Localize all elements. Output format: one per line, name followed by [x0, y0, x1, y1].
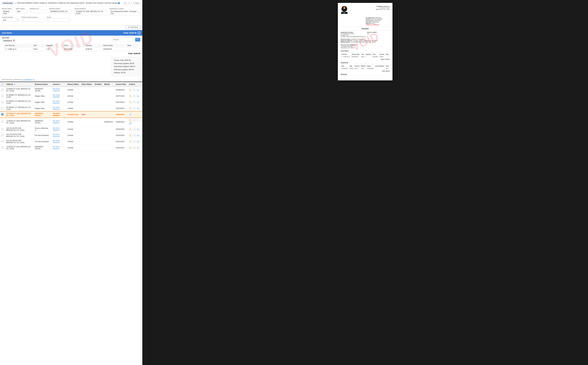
- row-invoice-num[interactable]: BD-2024-0000053: [51, 105, 66, 112]
- row-checkbox[interactable]: [1, 121, 3, 123]
- print-send-button[interactable]: 🖨 Print/Send: [125, 25, 140, 29]
- edit-icon[interactable]: ✏️: [129, 107, 132, 110]
- link-icon[interactable]: 🔗: [129, 122, 132, 125]
- reference-id-value[interactable]: --: [30, 10, 47, 13]
- preview-payment-row: 02/06/2024 Partial 30.00 Cash Succeeded …: [341, 67, 390, 70]
- calendar-icon[interactable]: 📅: [13, 40, 15, 42]
- reference-id-label: Reference ID: [30, 8, 47, 9]
- col-mailed[interactable]: Mailed: [103, 82, 114, 87]
- view-icon[interactable]: 👁: [129, 113, 132, 116]
- preview-balance: Balance: $0.00: [366, 23, 390, 24]
- delete-icon[interactable]: 🗑: [137, 134, 140, 137]
- row-invoice-num[interactable]: BD-2024-0000047: [51, 145, 66, 151]
- row-actions: ✏️ ⬇ 🗑: [127, 99, 142, 105]
- invoice-list-row[interactable]: 91 HENRY ST, BROOKLYN, NY, 11201 Diagon …: [0, 105, 142, 112]
- col-invoice-num[interactable]: Invoice #: [51, 82, 66, 87]
- edit-icon[interactable]: ✏️: [129, 146, 132, 149]
- row-checkbox[interactable]: [1, 95, 3, 97]
- collapse-icon[interactable]: ▲: [138, 32, 140, 34]
- col-business-name[interactable]: Business Name: [33, 82, 51, 87]
- row-invoice-num[interactable]: BD-2024-0000054: [51, 99, 66, 105]
- row-invoice-num[interactable]: BD-2024-0000052: [51, 112, 66, 118]
- download-icon[interactable]: ⬇: [133, 94, 136, 98]
- download-icon[interactable]: ⬇: [133, 140, 136, 143]
- search-button[interactable]: 🔍: [135, 38, 140, 42]
- department-contact-value[interactable]: Fire Department Admin - Brooklyn Test ▾: [109, 10, 140, 15]
- info-icon[interactable]: i: [118, 2, 120, 4]
- row-invoice-num[interactable]: BD-2024-0000056: [51, 87, 66, 93]
- row-invoice-num[interactable]: BD-2024-0000050: [51, 126, 66, 132]
- row-checkbox[interactable]: [1, 101, 3, 103]
- row-checkbox[interactable]: [1, 113, 3, 115]
- row-invoice-date: 02/05/2024: [114, 126, 127, 132]
- due-date-input[interactable]: 03/06/2024 📅: [2, 39, 16, 42]
- col-other-status[interactable]: Other Status: [80, 82, 93, 87]
- print-send-label: Print/Send: [130, 26, 138, 28]
- delete-icon[interactable]: 🗑: [137, 140, 140, 143]
- invoice-list-row[interactable]: 13 MAIN ST #100, BROOKLYN, NY, 11203 WAR…: [0, 118, 142, 126]
- edit-icon[interactable]: ✏️: [129, 101, 132, 104]
- edit-icon[interactable]: ✏️: [129, 94, 132, 98]
- search-input[interactable]: [112, 38, 135, 41]
- refresh-icon[interactable]: ↻: [137, 119, 140, 122]
- delete-icon[interactable]: 🗑: [137, 107, 140, 110]
- service-address-value[interactable]: 13 MAIN ST #100, BROOKLYN, NY, 11203: [74, 10, 107, 15]
- invoice-list-row[interactable]: 13 MAIN ST #100, BROOKLYN, NY, 11203 WAR…: [0, 145, 142, 151]
- invoice-list-row[interactable]: 141 ATLANTIC AVE, BROOKLYN, NY, 11201 Fe…: [0, 138, 142, 145]
- other-status-value: Void: [16, 10, 27, 13]
- col-invoice-date[interactable]: Invoice Date: [114, 82, 127, 87]
- row-invoice-num[interactable]: BD-2024-0000051: [51, 118, 66, 126]
- edit-icon[interactable]: ✏️: [129, 88, 132, 91]
- edit-icon[interactable]: ✏️: [129, 128, 132, 131]
- delete-icon[interactable]: 🗑: [137, 146, 140, 149]
- download-icon[interactable]: ⬇: [133, 107, 136, 110]
- download-icon[interactable]: ⬇: [133, 134, 136, 137]
- row-checkbox[interactable]: [1, 134, 3, 136]
- delete-icon[interactable]: 🗑: [137, 101, 140, 104]
- col-emailed[interactable]: Emailed: [93, 82, 103, 87]
- row-emailed: [93, 87, 103, 93]
- invoice-list-row[interactable]: 141 ATLANTIC AVE, BROOKLYN, NY, 11201 Fe…: [0, 132, 142, 138]
- row-invoice-num[interactable]: BD-2024-0000055: [51, 93, 66, 99]
- col-address[interactable]: Address ⇅: [5, 82, 33, 87]
- col-money-status[interactable]: Money Status: [66, 82, 80, 87]
- invoice-list-row[interactable]: 13 MAIN ST #100, BROOKLYN, NY, 11203 WAR…: [0, 87, 142, 93]
- email-value[interactable]: --: [47, 18, 70, 22]
- dept-contact-chevron-icon: ▾: [138, 12, 139, 14]
- delete-icon[interactable]: 🗑: [137, 94, 140, 98]
- invoice-list-row[interactable]: 91 HENRY ST, BROOKLYN, NY, 11201 Diagon …: [0, 93, 142, 99]
- footer-credit-text: 2024 First Due. Powered by: [2, 79, 22, 80]
- row-checkbox-cell: [0, 112, 5, 118]
- row-checkbox[interactable]: [1, 89, 3, 91]
- delete-icon[interactable]: 🗑: [137, 88, 140, 91]
- link-button[interactable]: 🔗: [123, 2, 127, 5]
- invoice-list-row[interactable]: 13 MAIN ST #100, BROOKLYN, NY, 11203 WAR…: [0, 112, 142, 118]
- edit-icon[interactable]: ✏️: [129, 134, 132, 137]
- prev-lineitem-val: 1 - 2,000 sq. ft.: [341, 56, 351, 58]
- primary-phone-value[interactable]: --: [22, 18, 44, 22]
- chevron-down-button[interactable]: ▾: [128, 2, 131, 5]
- row-invoice-num[interactable]: BD-2024-0000048: [51, 138, 66, 145]
- delete-icon[interactable]: 🗑: [137, 128, 140, 131]
- download-icon[interactable]: ⬇: [133, 101, 136, 104]
- row-checkbox[interactable]: [1, 140, 3, 142]
- invoice-list-row[interactable]: 91 HENRY ST, BROOKLYN, NY, 11201 Diagon …: [0, 99, 142, 105]
- row-checkbox[interactable]: [1, 107, 3, 109]
- download-icon[interactable]: ⬇: [133, 128, 136, 131]
- select-all-checkbox[interactable]: [1, 83, 3, 85]
- row-business-name: Diagon Alley: [33, 105, 51, 112]
- download-icon[interactable]: ⬇: [133, 146, 136, 149]
- invoice-list-row[interactable]: 100 ATLANTIC AVE, BROOKLYN, NY, 11201 Ev…: [0, 126, 142, 132]
- business-name-value[interactable]: WARWICK HOTEL:34: [49, 10, 72, 13]
- row-invoice-num[interactable]: BD-2024-0000049: [51, 132, 66, 138]
- download-icon[interactable]: ⬇: [133, 88, 136, 91]
- row-money-status: UnPaid: [66, 138, 80, 145]
- edit-icon[interactable]: ✏️: [129, 119, 132, 122]
- row-checkbox[interactable]: [1, 147, 3, 148]
- close-button[interactable]: ✕ Close: [131, 2, 141, 5]
- download-icon[interactable]: ⬇: [133, 119, 136, 122]
- edit-icon[interactable]: ✏️: [129, 140, 132, 143]
- invoice-contact-value[interactable]: test ▾: [2, 18, 19, 22]
- row-checkbox[interactable]: [1, 128, 3, 130]
- footer-credit-link[interactable]: LocalityMedia, Inc.: [22, 79, 35, 80]
